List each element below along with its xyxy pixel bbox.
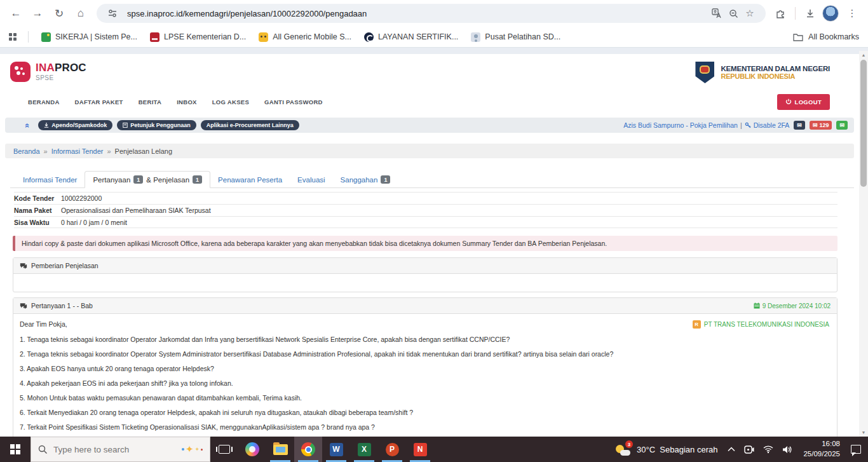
site-nav-row: BERANDA DAFTAR PAKET BERITA INBOX LOG AK…	[0, 91, 859, 112]
user-info: Azis Budi Sampurno - Pokja Pemilihan | D…	[623, 121, 789, 129]
copilot-icon	[245, 442, 259, 456]
user-separator: |	[740, 121, 742, 129]
bookmarks-separator	[28, 31, 29, 43]
breadcrumb-current: Penjelasan Lelang	[115, 147, 173, 155]
bookmark-sikerja[interactable]: SIKERJA | Sistem Pe...	[37, 31, 141, 44]
apps-grid-icon[interactable]	[9, 33, 17, 41]
nav-beranda[interactable]: BERANDA	[22, 95, 66, 109]
nav-berita[interactable]: BERITA	[132, 95, 168, 109]
task-view-button[interactable]	[210, 437, 238, 462]
bookmark-lpse[interactable]: LPSE Kementerian D...	[146, 31, 250, 44]
meet-now-button[interactable]	[740, 437, 759, 462]
page-scrollbar[interactable]: ▲ ▼	[859, 51, 868, 437]
bookmark-pusat-pelatihan[interactable]: Pusat Pelatihan SD...	[467, 31, 564, 44]
petunjuk-badge[interactable]: Petunjuk Penggunaan	[117, 120, 196, 130]
chrome-button[interactable]	[294, 437, 322, 462]
pemberian-penjelasan-panel: Pemberian Penjelasan	[13, 257, 837, 292]
logout-button[interactable]: LOGOUT	[777, 94, 830, 110]
forward-button[interactable]: →	[28, 4, 47, 23]
bookmark-generic-mobile[interactable]: All Generic Mobile S...	[255, 31, 355, 44]
question-date: 9 Desember 2024 10:02	[754, 302, 831, 309]
sikerja-favicon	[41, 32, 51, 42]
tab-informasi-tender[interactable]: Informasi Tender	[15, 172, 85, 187]
profile-avatar[interactable]	[822, 5, 839, 22]
search-input[interactable]	[53, 445, 176, 454]
nav-ganti-password[interactable]: GANTI PASSWORD	[258, 95, 329, 109]
bookmark-label: Pusat Pelatihan SD...	[485, 32, 560, 41]
question-body: Dear Tim Pokja, R PT TRANS TELEKOMUNIKAS…	[13, 314, 837, 437]
windows-taskbar: ✦✦ W X P N 3 30°C Sebagian cerah	[0, 437, 868, 462]
tab-penawaran-peserta[interactable]: Penawaran Peserta	[210, 172, 290, 187]
url-bar[interactable]: spse.inaproc.id/kemendagri/penjelasan/10…	[97, 4, 766, 23]
bookmark-star-icon[interactable]: ☆	[742, 5, 758, 22]
taskbar-search[interactable]: ✦✦	[31, 437, 210, 462]
nav-inbox[interactable]: INBOX	[170, 95, 203, 109]
task-view-icon	[219, 445, 230, 454]
breadcrumb-informasi-tender[interactable]: Informasi Tender	[51, 147, 104, 155]
back-button[interactable]: ←	[6, 4, 25, 23]
question-line: 7. Terkait Point Spesifikasi Sistem Tick…	[20, 423, 829, 431]
sisa-waktu-value: 0 hari / 0 jam / 0 menit	[61, 219, 837, 226]
url-text[interactable]: spse.inaproc.id/kemendagri/penjelasan/10…	[127, 9, 709, 18]
excel-button[interactable]: X	[350, 437, 378, 462]
start-button[interactable]	[0, 437, 31, 462]
search-highlights-icon: ✦✦	[182, 444, 203, 455]
file-explorer-button[interactable]	[266, 437, 294, 462]
user-name-link[interactable]: Azis Budi Sampurno - Pokja Pemilihan	[623, 121, 738, 129]
question-line: 4. Apakah pekerjaan EOS ini ada pekerjaa…	[20, 379, 829, 387]
scroll-down-arrow[interactable]: ▼	[859, 428, 868, 437]
zoom-out-icon[interactable]	[725, 5, 742, 22]
tab-evaluasi[interactable]: Evaluasi	[290, 172, 332, 187]
extensions-icon[interactable]	[772, 5, 789, 22]
inaproc-logo[interactable]: INAPROC SPSE	[10, 62, 86, 82]
unread-mail-badge[interactable]: ✉129	[810, 121, 832, 130]
action-center-button[interactable]	[846, 437, 865, 462]
all-bookmarks-button[interactable]: All Bookmarks	[793, 32, 859, 41]
nav-daftar-paket[interactable]: DAFTAR PAKET	[69, 95, 130, 109]
taskbar-clock[interactable]: 16:08 25/09/2025	[797, 439, 846, 459]
browser-menu-button[interactable]: ⋮	[843, 4, 862, 23]
tab-sanggahan[interactable]: Sanggahan 1	[333, 172, 398, 187]
home-button[interactable]: ⌂	[71, 4, 90, 23]
translate-icon[interactable]	[709, 5, 725, 22]
nav-log-akses[interactable]: LOG AKSES	[206, 95, 255, 109]
reload-icon: ↻	[55, 7, 64, 20]
row-label: Sisa Waktu	[14, 219, 61, 226]
weather-widget[interactable]: 3 30°C Sebagian cerah	[609, 442, 723, 457]
copilot-button[interactable]	[238, 437, 266, 462]
layanan-favicon	[364, 32, 374, 42]
volume-button[interactable]	[778, 437, 797, 462]
menu-icon: ⋮	[848, 8, 857, 19]
date-text: 9 Desember 2024 10:02	[763, 302, 831, 309]
tab-pertanyaan-penjelasan[interactable]: Pertanyaan 1 & Penjelasan 1	[85, 171, 210, 188]
inbox-badge[interactable]: ✉	[794, 121, 805, 130]
nitro-pdf-button[interactable]: N	[406, 437, 434, 462]
downloads-icon[interactable]	[802, 5, 818, 22]
apendo-badge[interactable]: Apendo/Spamkodok	[38, 120, 112, 130]
action-center-icon	[851, 445, 861, 454]
logout-label: LOGOUT	[795, 99, 822, 105]
wifi-button[interactable]	[759, 437, 778, 462]
ministry-name: KEMENTERIAN DALAM NEGERI	[721, 65, 830, 72]
eproc-apps-badge[interactable]: Aplikasi e-Procurement Lainnya	[201, 120, 299, 130]
breadcrumb-separator: »	[44, 147, 48, 155]
disable-2fa-link[interactable]: Disable 2FA	[754, 121, 790, 129]
tray-expand-button[interactable]	[723, 437, 740, 462]
breadcrumb-beranda[interactable]: Beranda	[13, 147, 40, 155]
scrollbar-thumb[interactable]	[860, 60, 867, 187]
tab-label: & Penjelasan	[146, 176, 189, 184]
download-badge-icon	[44, 123, 49, 128]
lpse-favicon	[150, 32, 159, 42]
green-mail-badge[interactable]: ✉	[836, 121, 848, 130]
chrome-icon	[301, 442, 315, 456]
reload-button[interactable]: ↻	[50, 4, 69, 23]
collapse-icon[interactable]: «	[23, 123, 32, 127]
scroll-up-arrow[interactable]: ▲	[859, 51, 868, 59]
forward-icon: →	[32, 7, 43, 20]
bookmark-layanan[interactable]: LAYANAN SERTIFIK...	[360, 31, 462, 44]
power-icon	[785, 99, 792, 105]
site-info-icon[interactable]	[104, 5, 121, 22]
word-button[interactable]: W	[322, 437, 350, 462]
tender-info-table: Kode Tender 10002292000 Nama Paket Opera…	[14, 192, 837, 228]
powerpoint-button[interactable]: P	[378, 437, 406, 462]
